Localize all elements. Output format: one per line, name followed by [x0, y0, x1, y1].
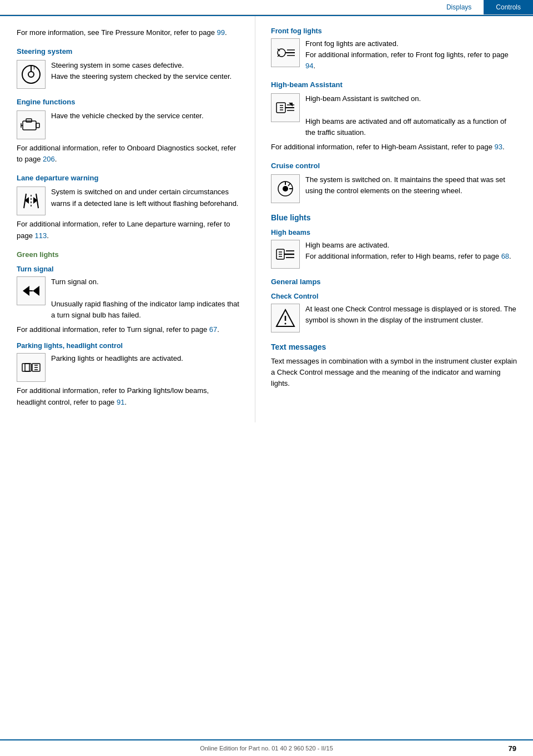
check-control-text: At least one Check Control message is di…	[305, 304, 517, 332]
svg-point-38	[283, 186, 288, 191]
footer-text: Online Edition for Part no. 01 40 2 960 …	[200, 745, 333, 752]
cruise-control-block: The system is switched on. It maintains …	[271, 174, 517, 203]
blue-lights-title: Blue lights	[271, 213, 517, 222]
right-column: Front fog lights Front fog lights are ac…	[255, 16, 533, 422]
intro-suffix: .	[225, 28, 227, 37]
turn-signal-title: Turn signal	[17, 265, 239, 273]
steering-system-block: ! Steering system in some cases defectiv…	[17, 60, 239, 89]
turn-signal-body: For additional information, refer to Tur…	[17, 324, 239, 335]
high-beams-text: High beams are activated. For additional…	[305, 240, 517, 269]
high-beam-assistant-link[interactable]: 93	[494, 143, 502, 151]
footer-page: 79	[509, 744, 516, 753]
high-beams-link[interactable]: 68	[501, 252, 509, 260]
check-control-title: Check Control	[271, 293, 517, 300]
lane-departure-text: System is switched on and under certain …	[51, 187, 239, 215]
left-column: For more information, see Tire Pressure …	[0, 16, 255, 422]
svg-rect-5	[26, 119, 32, 122]
engine-link[interactable]: 206	[43, 155, 55, 163]
lane-departure-title: Lane departure warning	[17, 174, 239, 182]
svg-marker-14	[23, 286, 29, 296]
engine-functions-body: For additional information, refer to Onb…	[17, 143, 239, 165]
tab-controls[interactable]: Controls	[484, 0, 533, 14]
intro-paragraph: For more information, see Tire Pressure …	[17, 27, 239, 38]
steering-system-text: Steering system in some cases defective.…	[51, 60, 239, 89]
parking-lights-text: Parking lights or headlights are activat…	[51, 353, 239, 382]
front-fog-title: Front fog lights	[271, 27, 517, 35]
svg-rect-6	[36, 123, 39, 128]
parking-link[interactable]: 91	[117, 398, 124, 406]
svg-line-40	[288, 183, 290, 186]
tab-displays[interactable]: Displays	[434, 0, 484, 14]
turn-signal-block: Turn signal on. Unusually rapid flashing…	[17, 276, 239, 321]
front-fog-icon	[271, 38, 300, 67]
cruise-control-icon	[271, 174, 300, 203]
header-tabs: Displays Controls	[0, 0, 533, 15]
footer: Online Edition for Part no. 01 40 2 960 …	[0, 739, 533, 756]
cruise-control-text: The system is switched on. It maintains …	[305, 174, 517, 203]
svg-point-51	[285, 323, 286, 325]
high-beam-assistant-text: High-beam Assistant is switched on. High…	[305, 93, 517, 138]
high-beam-assistant-body: For additional information, refer to Hig…	[271, 142, 517, 153]
cruise-control-title: Cruise control	[271, 162, 517, 170]
svg-text:!: !	[33, 65, 35, 70]
svg-rect-18	[25, 364, 29, 371]
steering-system-title: Steering system	[17, 47, 239, 56]
high-beam-assistant-title: High-beam Assistant	[271, 80, 517, 89]
high-beams-block: High beams are activated. For additional…	[271, 240, 517, 269]
engine-functions-block: Have the vehicle checked by the service …	[17, 110, 239, 139]
parking-lights-title: Parking lights, headlight control	[17, 342, 239, 350]
steering-system-icon: !	[17, 60, 46, 89]
text-messages-body: Text messages in combination with a symb…	[271, 356, 517, 389]
front-fog-block: Front fog lights are activated. For addi…	[271, 38, 517, 72]
high-beam-assistant-icon	[271, 93, 300, 122]
high-beam-assistant-block: High-beam Assistant is switched on. High…	[271, 93, 517, 138]
svg-point-1	[28, 72, 34, 77]
turn-signal-link[interactable]: 67	[209, 325, 217, 334]
text-messages-title: Text messages	[271, 342, 517, 351]
lane-departure-body: For additional information, refer to Lan…	[17, 219, 239, 241]
lane-departure-icon	[17, 187, 46, 215]
svg-marker-15	[33, 286, 39, 296]
general-lamps-title: General lamps	[271, 278, 517, 286]
parking-lights-icon	[17, 353, 46, 382]
intro-text: For more information, see Tire Pressure …	[17, 28, 217, 37]
front-fog-text: Front fog lights are activated. For addi…	[305, 38, 517, 72]
intro-link[interactable]: 99	[217, 28, 225, 37]
turn-signal-icon	[17, 276, 46, 305]
high-beams-title: High beams	[271, 229, 517, 236]
front-fog-link[interactable]: 94	[305, 62, 313, 70]
high-beams-icon	[271, 240, 300, 269]
parking-lights-body: For additional information, refer to Par…	[17, 385, 239, 407]
green-lights-title: Green lights	[17, 250, 239, 259]
engine-functions-text: Have the vehicle checked by the service …	[51, 110, 239, 139]
engine-functions-title: Engine functions	[17, 98, 239, 106]
lane-departure-block: System is switched on and under certain …	[17, 187, 239, 215]
engine-functions-icon	[17, 110, 46, 139]
main-content: For more information, see Tire Pressure …	[0, 16, 533, 422]
check-control-block: At least one Check Control message is di…	[271, 304, 517, 332]
turn-signal-text: Turn signal on. Unusually rapid flashing…	[51, 276, 239, 321]
lane-link[interactable]: 113	[35, 231, 47, 240]
parking-lights-block: Parking lights or headlights are activat…	[17, 353, 239, 382]
check-control-icon	[271, 304, 300, 332]
